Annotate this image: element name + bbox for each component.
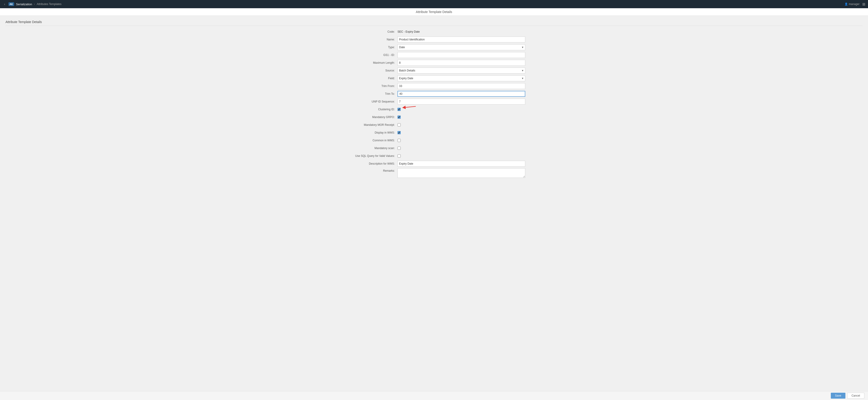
display-wms-checkbox[interactable] xyxy=(398,131,401,134)
mandatory-grpo-label: Mandatory GRPO: xyxy=(343,116,398,119)
mandatory-mor-label: Mandatory MOR Receipt: xyxy=(343,123,398,126)
type-select-wrap: Date String Integer Decimal ▼ xyxy=(398,44,525,50)
mandatory-scan-row: Mandatory scan: xyxy=(343,145,525,151)
main-content: Attribute Template Details Code: SEC - E… xyxy=(0,17,868,183)
clustering-id-row: Clustering ID: xyxy=(343,106,525,113)
description-wms-input[interactable] xyxy=(398,161,525,167)
use-sql-row: Use SQL Query for Valid Values: xyxy=(343,153,525,159)
type-row: Type: Date String Integer Decimal ▼ xyxy=(343,44,525,51)
gs1-id-label: GS1 - ID: xyxy=(343,53,398,57)
page-title: Attribute Template Details xyxy=(416,10,452,14)
use-sql-checkbox[interactable] xyxy=(398,154,401,158)
source-select[interactable]: Batch Details Product Order xyxy=(398,67,525,74)
page-title-bar: Attribute Template Details xyxy=(0,8,868,16)
svg-line-1 xyxy=(404,106,416,108)
source-row: Source: Batch Details Product Order ▼ xyxy=(343,67,525,74)
field-select[interactable]: Expiry Date Batch Number Manufacture Dat… xyxy=(398,75,525,81)
code-row: Code: SEC - Expiry Date xyxy=(343,29,525,35)
field-select-wrap: Expiry Date Batch Number Manufacture Dat… xyxy=(398,75,525,81)
user-icon: 👤 xyxy=(844,2,848,6)
display-wms-row: Display in WMS: xyxy=(343,130,525,136)
common-wms-row: Common in WMS: xyxy=(343,137,525,144)
common-wms-label: Common in WMS: xyxy=(343,139,398,142)
unp-id-seq-row: UNP ID Sequence: xyxy=(343,98,525,105)
grid-icon[interactable]: ⊞ xyxy=(862,2,865,6)
trim-from-label: Trim From: xyxy=(343,84,398,88)
display-wms-label: Display in WMS: xyxy=(343,131,398,134)
app-logo: AE xyxy=(8,2,14,6)
bottom-action-bar: Save Cancel xyxy=(0,391,868,400)
field-label: Field: xyxy=(343,77,398,80)
clustering-id-checkbox[interactable] xyxy=(398,108,401,111)
clustering-id-label: Clustering ID: xyxy=(343,108,398,111)
gs1-id-input[interactable] xyxy=(398,52,525,58)
mandatory-scan-label: Mandatory scan: xyxy=(343,147,398,150)
trim-from-row: Trim From: xyxy=(343,83,525,89)
app-name: Serialization xyxy=(16,2,32,6)
top-navigation: ‹ AE Serialization › Attributes Template… xyxy=(0,0,868,8)
back-button[interactable]: ‹ xyxy=(3,2,7,6)
save-button[interactable]: Save xyxy=(831,393,845,399)
trim-from-input[interactable] xyxy=(398,83,525,89)
unp-id-seq-label: UNP ID Sequence: xyxy=(343,100,398,103)
remarks-label: Remarks: xyxy=(343,168,398,172)
common-wms-checkbox[interactable] xyxy=(398,139,401,142)
trim-to-row: Trim To: xyxy=(343,91,525,97)
form-container: Code: SEC - Expiry Date Name: Type: Date… xyxy=(343,29,525,178)
cancel-button[interactable]: Cancel xyxy=(847,393,864,399)
max-length-input[interactable] xyxy=(398,60,525,66)
user-name: manager xyxy=(849,2,860,6)
max-length-label: Maximum Length: xyxy=(343,61,398,64)
mandatory-grpo-checkbox[interactable] xyxy=(398,116,401,119)
user-info: 👤 manager xyxy=(844,2,860,6)
breadcrumb-separator: › xyxy=(34,2,35,6)
source-label: Source: xyxy=(343,69,398,72)
mandatory-mor-checkbox[interactable] xyxy=(398,123,401,126)
name-row: Name: xyxy=(343,36,525,43)
remarks-row: Remarks: xyxy=(343,168,525,178)
description-wms-label: Description for WMS: xyxy=(343,162,398,165)
section-title: Attribute Template Details xyxy=(5,20,863,26)
mandatory-grpo-row: Mandatory GRPO: xyxy=(343,114,525,120)
unp-id-seq-input[interactable] xyxy=(398,98,525,105)
type-select[interactable]: Date String Integer Decimal xyxy=(398,44,525,50)
description-wms-row: Description for WMS: xyxy=(343,161,525,167)
use-sql-label: Use SQL Query for Valid Values: xyxy=(343,154,398,158)
code-value: SEC - Expiry Date xyxy=(398,30,420,33)
form-rows-wrapper: Code: SEC - Expiry Date Name: Type: Date… xyxy=(343,29,525,178)
trim-to-input[interactable] xyxy=(398,91,525,97)
mandatory-mor-row: Mandatory MOR Receipt: xyxy=(343,122,525,128)
source-select-wrap: Batch Details Product Order ▼ xyxy=(398,67,525,74)
trim-to-label: Trim To: xyxy=(343,92,398,95)
name-input[interactable] xyxy=(398,36,525,42)
mandatory-scan-checkbox[interactable] xyxy=(398,147,401,150)
name-label: Name: xyxy=(343,38,398,41)
breadcrumb-item[interactable]: Attributes Templates xyxy=(37,2,62,6)
field-row: Field: Expiry Date Batch Number Manufact… xyxy=(343,75,525,82)
max-length-row: Maximum Length: xyxy=(343,60,525,66)
code-label: Code: xyxy=(343,30,398,33)
remarks-textarea[interactable] xyxy=(398,168,525,178)
type-label: Type: xyxy=(343,46,398,49)
gs1-id-row: GS1 - ID: xyxy=(343,52,525,58)
